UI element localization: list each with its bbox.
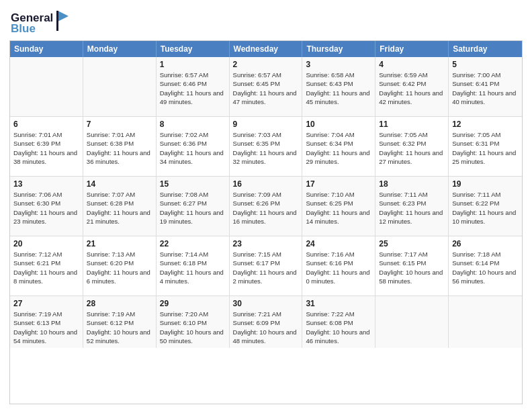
day-info: Sunrise: 6:57 AM Sunset: 6:46 PM Dayligh… <box>160 71 226 106</box>
calendar-cell: 22Sunrise: 7:14 AM Sunset: 6:18 PM Dayli… <box>157 236 230 295</box>
calendar-cell: 25Sunrise: 7:17 AM Sunset: 6:15 PM Dayli… <box>375 236 449 295</box>
day-info: Sunrise: 7:19 AM Sunset: 6:13 PM Dayligh… <box>13 310 79 345</box>
calendar-cell: 21Sunrise: 7:13 AM Sunset: 6:20 PM Dayli… <box>83 236 157 295</box>
calendar-cell: 1Sunrise: 6:57 AM Sunset: 6:46 PM Daylig… <box>157 57 230 116</box>
calendar-cell: 16Sunrise: 7:09 AM Sunset: 6:26 PM Dayli… <box>230 177 303 236</box>
calendar-cell: 29Sunrise: 7:20 AM Sunset: 6:10 PM Dayli… <box>157 296 230 348</box>
day-number: 28 <box>87 299 152 308</box>
svg-rect-3 <box>56 11 58 31</box>
calendar-cell: 18Sunrise: 7:11 AM Sunset: 6:23 PM Dayli… <box>375 177 449 236</box>
day-number: 30 <box>233 299 299 308</box>
day-info: Sunrise: 7:06 AM Sunset: 6:30 PM Dayligh… <box>13 190 79 226</box>
calendar-cell: 27Sunrise: 7:19 AM Sunset: 6:13 PM Dayli… <box>10 296 83 348</box>
day-number: 1 <box>160 60 226 69</box>
day-info: Sunrise: 7:19 AM Sunset: 6:12 PM Dayligh… <box>87 310 152 345</box>
day-info: Sunrise: 7:05 AM Sunset: 6:32 PM Dayligh… <box>379 130 445 166</box>
calendar-cell: 24Sunrise: 7:16 AM Sunset: 6:16 PM Dayli… <box>302 236 375 295</box>
day-info: Sunrise: 7:11 AM Sunset: 6:23 PM Dayligh… <box>379 190 445 226</box>
day-info: Sunrise: 6:57 AM Sunset: 6:45 PM Dayligh… <box>233 71 299 106</box>
weekday-header: Saturday <box>449 41 522 57</box>
day-info: Sunrise: 7:03 AM Sunset: 6:35 PM Dayligh… <box>233 130 299 166</box>
day-info: Sunrise: 7:22 AM Sunset: 6:08 PM Dayligh… <box>306 310 371 345</box>
calendar-cell: 11Sunrise: 7:05 AM Sunset: 6:32 PM Dayli… <box>375 117 449 176</box>
calendar-row: 20Sunrise: 7:12 AM Sunset: 6:21 PM Dayli… <box>10 236 522 295</box>
day-number: 16 <box>233 179 299 189</box>
day-number: 14 <box>87 179 152 189</box>
day-info: Sunrise: 7:18 AM Sunset: 6:14 PM Dayligh… <box>452 250 519 285</box>
calendar-cell <box>375 296 449 348</box>
calendar-row: 6Sunrise: 7:01 AM Sunset: 6:39 PM Daylig… <box>10 116 522 176</box>
day-number: 12 <box>452 120 519 129</box>
day-info: Sunrise: 7:00 AM Sunset: 6:41 PM Dayligh… <box>452 71 519 106</box>
day-info: Sunrise: 7:05 AM Sunset: 6:31 PM Dayligh… <box>452 130 519 166</box>
calendar-cell: 12Sunrise: 7:05 AM Sunset: 6:31 PM Dayli… <box>449 117 522 176</box>
day-info: Sunrise: 7:17 AM Sunset: 6:15 PM Dayligh… <box>379 250 445 285</box>
calendar-cell: 17Sunrise: 7:10 AM Sunset: 6:25 PM Dayli… <box>302 177 375 236</box>
day-number: 25 <box>379 239 445 248</box>
calendar-cell: 15Sunrise: 7:08 AM Sunset: 6:27 PM Dayli… <box>157 177 230 236</box>
day-number: 15 <box>160 179 226 189</box>
weekday-header: Tuesday <box>157 41 230 57</box>
day-info: Sunrise: 7:02 AM Sunset: 6:36 PM Dayligh… <box>160 130 226 166</box>
calendar-cell: 13Sunrise: 7:06 AM Sunset: 6:30 PM Dayli… <box>10 177 83 236</box>
day-info: Sunrise: 7:15 AM Sunset: 6:17 PM Dayligh… <box>233 250 299 285</box>
calendar-cell: 19Sunrise: 7:11 AM Sunset: 6:22 PM Dayli… <box>449 177 522 236</box>
day-number: 4 <box>379 60 445 69</box>
weekday-header: Thursday <box>302 41 375 57</box>
day-info: Sunrise: 7:20 AM Sunset: 6:10 PM Dayligh… <box>160 310 226 345</box>
calendar: SundayMondayTuesdayWednesdayThursdayFrid… <box>9 40 523 404</box>
day-number: 17 <box>306 179 371 189</box>
calendar-cell: 2Sunrise: 6:57 AM Sunset: 6:45 PM Daylig… <box>230 57 303 116</box>
day-info: Sunrise: 7:01 AM Sunset: 6:39 PM Dayligh… <box>13 130 79 166</box>
calendar-cell: 8Sunrise: 7:02 AM Sunset: 6:36 PM Daylig… <box>157 117 230 176</box>
calendar-cell: 31Sunrise: 7:22 AM Sunset: 6:08 PM Dayli… <box>302 296 375 348</box>
calendar-cell <box>83 57 157 116</box>
day-number: 31 <box>306 299 371 308</box>
calendar-cell: 23Sunrise: 7:15 AM Sunset: 6:17 PM Dayli… <box>230 236 303 295</box>
day-number: 11 <box>379 120 445 129</box>
day-info: Sunrise: 7:01 AM Sunset: 6:38 PM Dayligh… <box>87 130 152 166</box>
day-info: Sunrise: 7:13 AM Sunset: 6:20 PM Dayligh… <box>87 250 152 285</box>
day-number: 10 <box>306 120 371 129</box>
logo-icon: General Blue <box>9 7 70 36</box>
weekday-header: Wednesday <box>230 41 303 57</box>
day-number: 22 <box>160 239 226 248</box>
calendar-row: 1Sunrise: 6:57 AM Sunset: 6:46 PM Daylig… <box>10 57 522 116</box>
day-number: 7 <box>87 120 152 129</box>
weekday-header: Friday <box>375 41 449 57</box>
day-number: 29 <box>160 299 226 308</box>
day-info: Sunrise: 7:21 AM Sunset: 6:09 PM Dayligh… <box>233 310 299 345</box>
day-number: 3 <box>306 60 371 69</box>
weekday-header: Monday <box>83 41 157 57</box>
calendar-cell <box>449 296 522 348</box>
calendar-cell: 9Sunrise: 7:03 AM Sunset: 6:35 PM Daylig… <box>230 117 303 176</box>
calendar-row: 27Sunrise: 7:19 AM Sunset: 6:13 PM Dayli… <box>10 295 522 348</box>
calendar-cell: 10Sunrise: 7:04 AM Sunset: 6:34 PM Dayli… <box>302 117 375 176</box>
calendar-cell: 7Sunrise: 7:01 AM Sunset: 6:38 PM Daylig… <box>83 117 157 176</box>
svg-marker-2 <box>58 11 69 21</box>
day-number: 6 <box>13 120 79 129</box>
calendar-cell: 6Sunrise: 7:01 AM Sunset: 6:39 PM Daylig… <box>10 117 83 176</box>
page: General Blue SundayMondayTuesdayWednesda… <box>0 0 532 411</box>
day-number: 18 <box>379 179 445 189</box>
day-number: 5 <box>452 60 519 69</box>
day-info: Sunrise: 7:09 AM Sunset: 6:26 PM Dayligh… <box>233 190 299 226</box>
header: General Blue <box>9 7 523 36</box>
day-number: 8 <box>160 120 226 129</box>
day-info: Sunrise: 7:14 AM Sunset: 6:18 PM Dayligh… <box>160 250 226 285</box>
day-info: Sunrise: 7:12 AM Sunset: 6:21 PM Dayligh… <box>13 250 79 285</box>
day-number: 27 <box>13 299 79 308</box>
day-number: 24 <box>306 239 371 248</box>
day-number: 23 <box>233 239 299 248</box>
calendar-cell: 5Sunrise: 7:00 AM Sunset: 6:41 PM Daylig… <box>449 57 522 116</box>
day-info: Sunrise: 7:04 AM Sunset: 6:34 PM Dayligh… <box>306 130 371 166</box>
day-info: Sunrise: 6:58 AM Sunset: 6:43 PM Dayligh… <box>306 71 371 106</box>
day-number: 26 <box>452 239 519 248</box>
calendar-cell: 20Sunrise: 7:12 AM Sunset: 6:21 PM Dayli… <box>10 236 83 295</box>
day-info: Sunrise: 7:11 AM Sunset: 6:22 PM Dayligh… <box>452 190 519 226</box>
logo: General Blue <box>9 7 70 36</box>
day-number: 19 <box>452 179 519 189</box>
weekday-header: Sunday <box>10 41 83 57</box>
day-info: Sunrise: 7:16 AM Sunset: 6:16 PM Dayligh… <box>306 250 371 285</box>
calendar-cell: 4Sunrise: 6:59 AM Sunset: 6:42 PM Daylig… <box>375 57 449 116</box>
